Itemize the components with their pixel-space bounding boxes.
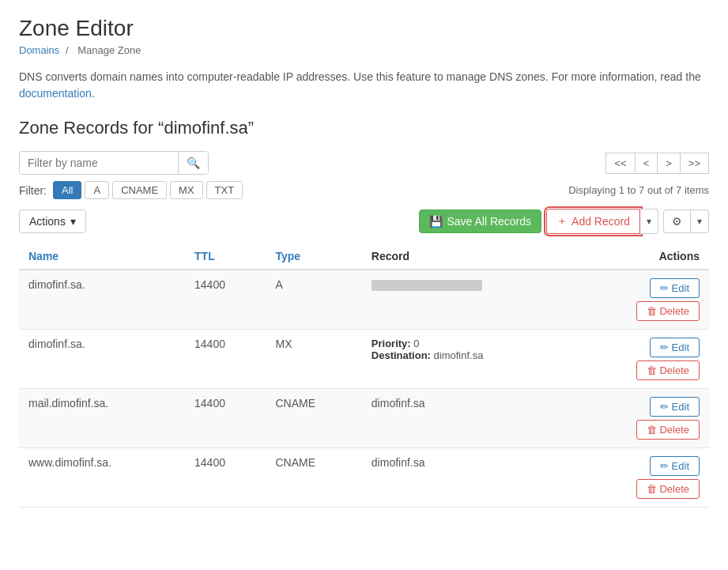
toolbar-top: 🔍 << < > >> — [19, 151, 709, 175]
delete-button[interactable]: 🗑 Delete — [636, 479, 700, 499]
delete-button[interactable]: 🗑 Delete — [636, 360, 700, 380]
gear-dropdown-button[interactable]: ▾ — [691, 210, 709, 233]
right-buttons: 💾 Save All Records ＋ Add Record ▾ ⚙ ▾ — [419, 209, 709, 234]
row-type: CNAME — [266, 389, 361, 448]
description-text: DNS converts domain names into computer-… — [19, 69, 709, 102]
breadcrumb-current: Manage Zone — [77, 44, 141, 56]
filter-buttons: All A CNAME MX TXT — [53, 181, 243, 199]
row-record: dimofinf.sa — [362, 389, 575, 448]
actions-button[interactable]: Actions ▾ — [19, 210, 86, 233]
filter-input[interactable] — [20, 152, 178, 174]
actions-caret-icon: ▾ — [70, 215, 76, 228]
col-type: Type — [266, 243, 361, 270]
filter-cname[interactable]: CNAME — [112, 181, 167, 199]
row-type: MX — [266, 330, 361, 389]
gear-group: ⚙ ▾ — [663, 210, 709, 233]
page-title: Zone Editor — [19, 16, 709, 41]
row-record: dimofinf.sa — [362, 448, 575, 508]
row-name: dimofinf.sa. — [19, 270, 185, 330]
add-record-group: ＋ Add Record ▾ — [546, 209, 658, 234]
row-record — [362, 270, 575, 330]
gear-button[interactable]: ⚙ — [663, 210, 691, 233]
pagination-last[interactable]: >> — [680, 153, 709, 174]
row-name: dimofinf.sa. — [19, 330, 185, 389]
pagination-first[interactable]: << — [605, 153, 635, 174]
pagination: << < > >> — [605, 153, 709, 174]
actions-bar: Actions ▾ 💾 Save All Records ＋ Add Recor… — [19, 209, 709, 234]
pagination-prev[interactable]: < — [635, 153, 658, 174]
edit-button[interactable]: ✏ Edit — [650, 278, 700, 298]
filter-search-button[interactable]: 🔍 — [178, 152, 208, 174]
row-ttl: 14400 — [185, 389, 266, 448]
row-name: mail.dimofinf.sa. — [19, 389, 185, 448]
filter-label: Filter: — [19, 184, 47, 197]
add-record-dropdown-button[interactable]: ▾ — [640, 209, 658, 234]
row-actions: ✏ Edit 🗑 Delete — [575, 389, 709, 448]
col-name: Name — [19, 243, 185, 270]
records-table: Name TTL Type Record Actions dimofinf.sa… — [19, 243, 709, 508]
zone-title: Zone Records for “dimofinf.sa” — [19, 118, 709, 138]
row-actions: ✏ Edit 🗑 Delete — [575, 448, 709, 508]
filter-input-group: 🔍 — [19, 151, 209, 175]
gear-icon: ⚙ — [672, 215, 682, 228]
col-ttl: TTL — [185, 243, 266, 270]
filter-row: Filter: All A CNAME MX TXT Displaying 1 … — [19, 181, 709, 199]
breadcrumb-parent[interactable]: Domains — [19, 44, 59, 56]
row-ttl: 14400 — [185, 448, 266, 508]
row-ttl: 14400 — [185, 270, 266, 330]
save-all-button[interactable]: 💾 Save All Records — [419, 210, 541, 233]
delete-button[interactable]: 🗑 Delete — [636, 301, 700, 321]
row-record: Priority: 0 Destination: dimofinf.sa — [362, 330, 575, 389]
filter-txt[interactable]: TXT — [206, 181, 243, 199]
row-type: CNAME — [266, 448, 361, 508]
filter-a[interactable]: A — [85, 181, 109, 199]
breadcrumb-separator: / — [66, 44, 69, 56]
table-row: dimofinf.sa. 14400 A ✏ Edit 🗑 Delete — [19, 270, 709, 330]
row-actions: ✏ Edit 🗑 Delete — [575, 270, 709, 330]
displaying-info: Displaying 1 to 7 out of 7 items — [568, 184, 709, 196]
col-actions: Actions — [575, 243, 709, 270]
table-row: mail.dimofinf.sa. 14400 CNAME dimofinf.s… — [19, 389, 709, 448]
table-row: dimofinf.sa. 14400 MX Priority: 0 Destin… — [19, 330, 709, 389]
row-actions: ✏ Edit 🗑 Delete — [575, 330, 709, 389]
breadcrumb: Domains / Manage Zone — [19, 44, 709, 56]
actions-dropdown: Actions ▾ — [19, 210, 86, 233]
documentation-link[interactable]: documentation — [19, 87, 92, 100]
edit-button[interactable]: ✏ Edit — [650, 338, 700, 357]
add-icon: ＋ — [556, 214, 568, 228]
filter-mx[interactable]: MX — [170, 181, 203, 199]
row-ttl: 14400 — [185, 330, 266, 389]
pagination-next[interactable]: > — [657, 153, 681, 174]
col-record: Record — [362, 243, 575, 270]
row-name: www.dimofinf.sa. — [19, 448, 185, 508]
blurred-ip — [372, 280, 482, 291]
edit-button[interactable]: ✏ Edit — [650, 397, 700, 417]
delete-button[interactable]: 🗑 Delete — [636, 420, 700, 440]
filter-all[interactable]: All — [53, 181, 81, 199]
table-row: www.dimofinf.sa. 14400 CNAME dimofinf.sa… — [19, 448, 709, 508]
add-record-button[interactable]: ＋ Add Record — [546, 209, 640, 234]
edit-button[interactable]: ✏ Edit — [650, 456, 700, 476]
save-icon: 💾 — [429, 215, 443, 228]
add-record-label: Add Record — [571, 215, 630, 228]
row-type: A — [266, 270, 361, 330]
actions-label: Actions — [29, 215, 66, 228]
save-all-label: Save All Records — [447, 215, 531, 228]
